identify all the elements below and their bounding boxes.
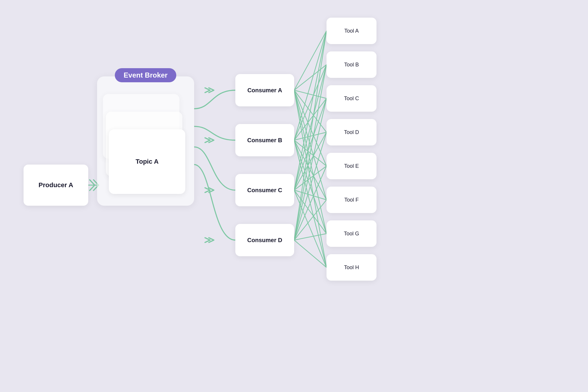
- topic-a-card: Topic A: [109, 129, 185, 194]
- tool-f-card: Tool F: [327, 187, 377, 213]
- svg-line-21: [294, 190, 327, 200]
- topic-a-label: Topic A: [136, 158, 159, 165]
- tool-g-label: Tool G: [344, 231, 359, 237]
- tool-g-card: Tool G: [327, 220, 377, 247]
- svg-line-30: [294, 234, 327, 240]
- svg-line-8: [294, 31, 327, 140]
- diagram-container: Producer A Event Broker Topic A Consumer…: [0, 0, 588, 392]
- svg-line-27: [294, 132, 327, 240]
- svg-line-29: [294, 200, 327, 240]
- tool-d-label: Tool D: [344, 129, 359, 135]
- svg-line-24: [294, 31, 327, 240]
- consumer-b-label: Consumer B: [247, 137, 282, 144]
- svg-line-14: [294, 140, 327, 234]
- svg-line-5: [294, 90, 327, 200]
- svg-line-0: [294, 31, 327, 90]
- consumer-a-label: Consumer A: [247, 87, 282, 94]
- svg-line-20: [294, 166, 327, 190]
- svg-line-31: [294, 240, 327, 267]
- consumer-d-label: Consumer D: [247, 237, 282, 244]
- tool-a-label: Tool A: [344, 28, 359, 34]
- svg-line-25: [294, 65, 327, 240]
- tool-f-label: Tool F: [344, 197, 359, 203]
- consumer-b-card: Consumer B: [235, 124, 294, 156]
- svg-line-22: [294, 190, 327, 234]
- consumer-a-card: Consumer A: [235, 74, 294, 106]
- svg-line-6: [294, 90, 327, 234]
- producer-a-card: Producer A: [24, 165, 88, 206]
- svg-line-12: [294, 140, 327, 166]
- tool-d-card: Tool D: [327, 119, 377, 145]
- svg-line-1: [294, 65, 327, 90]
- tool-e-label: Tool E: [344, 163, 359, 169]
- consumer-d-card: Consumer D: [235, 224, 294, 256]
- svg-line-23: [294, 190, 327, 267]
- consumer-c-card: Consumer C: [235, 174, 294, 206]
- tool-c-card: Tool C: [327, 85, 377, 112]
- producer-a-label: Producer A: [39, 181, 73, 189]
- svg-line-2: [294, 90, 327, 98]
- svg-line-4: [294, 90, 327, 166]
- event-broker-wrapper: Event Broker Topic A: [97, 76, 194, 206]
- tool-b-label: Tool B: [344, 62, 359, 68]
- svg-line-19: [294, 132, 327, 190]
- svg-line-15: [294, 140, 327, 267]
- svg-line-26: [294, 98, 327, 240]
- svg-line-3: [294, 90, 327, 132]
- event-broker-label: Event Broker: [115, 68, 176, 82]
- svg-line-28: [294, 166, 327, 240]
- consumer-c-label: Consumer C: [247, 187, 282, 194]
- svg-line-17: [294, 65, 327, 190]
- tool-c-label: Tool C: [344, 96, 359, 102]
- svg-line-11: [294, 132, 327, 140]
- tool-a-card: Tool A: [327, 18, 377, 44]
- svg-line-7: [294, 90, 327, 267]
- tool-e-card: Tool E: [327, 153, 377, 179]
- svg-line-18: [294, 98, 327, 190]
- svg-line-16: [294, 31, 327, 190]
- tool-h-card: Tool H: [327, 254, 377, 281]
- svg-line-9: [294, 65, 327, 140]
- tool-b-card: Tool B: [327, 51, 377, 78]
- svg-line-13: [294, 140, 327, 200]
- svg-line-10: [294, 98, 327, 140]
- tool-h-label: Tool H: [344, 264, 359, 271]
